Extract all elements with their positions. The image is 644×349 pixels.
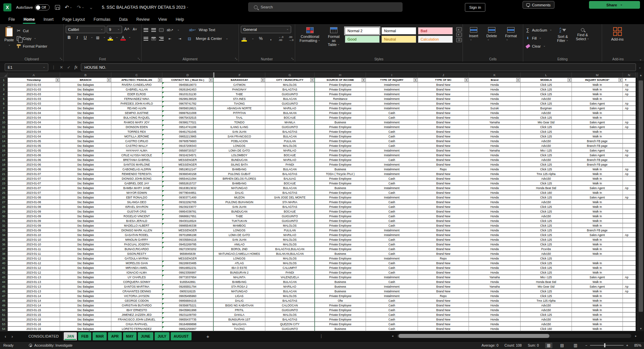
sheet-tab-mar[interactable]: MAR <box>93 332 107 340</box>
menu-tab-review[interactable]: Review <box>132 16 153 23</box>
cell[interactable] <box>623 251 636 256</box>
cell[interactable]: Private Employee <box>315 205 366 209</box>
cell[interactable]: STA INES <box>213 97 265 101</box>
cell[interactable]: Business <box>315 284 366 289</box>
cell[interactable]: Brand New <box>418 317 469 322</box>
cell[interactable]: 2023-01-07 <box>8 176 60 181</box>
cell[interactable]: Honda <box>469 298 521 303</box>
row-header[interactable]: 45 <box>0 284 8 289</box>
cell[interactable]: Ap <box>623 87 636 92</box>
cell[interactable]: Click 160 <box>521 327 572 331</box>
cell[interactable]: CRAVANTES DENNIS <box>111 289 162 294</box>
cell[interactable]: Click 125 <box>521 242 572 247</box>
cell[interactable]: Suzuki <box>469 106 521 111</box>
cell[interactable]: Adv150 <box>521 322 572 327</box>
cell[interactable]: 09916652231 <box>162 266 213 270</box>
cell[interactable]: FRANCISCO JOHN LEMUEL <box>111 317 162 322</box>
cell[interactable]: HAYAHAY ALMA <box>111 148 162 153</box>
cell[interactable]: Business <box>315 280 366 284</box>
cell[interactable]: Brand New <box>418 186 469 190</box>
comma-style-icon[interactable]: , <box>268 35 274 42</box>
cell[interactable]: Honda Beat Std <box>521 280 572 284</box>
tab-more-icon[interactable]: ⋮ <box>319 334 323 339</box>
accessibility-check[interactable]: Accessibility: Investigate <box>29 343 72 347</box>
cell[interactable]: 2023-01-09 <box>8 223 60 228</box>
borders-icon[interactable]: ⊞ <box>95 34 101 41</box>
row-header[interactable]: 46 <box>0 289 8 294</box>
cell[interactable]: Branch FB page <box>572 228 623 233</box>
cell[interactable]: Honda <box>469 219 521 223</box>
cell[interactable]: BUNSURAN 2 <box>213 270 265 275</box>
cell[interactable]: 09324234571 <box>162 153 213 158</box>
cell[interactable]: Honda <box>469 242 521 247</box>
cell[interactable]: Honda Beat Std <box>521 186 572 190</box>
cell[interactable]: Cash <box>366 219 418 223</box>
cell[interactable]: Instalmment <box>366 294 418 298</box>
cell[interactable]: 09261942453 <box>162 87 213 92</box>
row-header[interactable]: 3 <box>0 87 8 92</box>
cell[interactable]: Honda <box>469 233 521 237</box>
row-header[interactable]: 52 <box>0 317 8 322</box>
cell[interactable]: Ssc Balagtas <box>60 266 111 270</box>
cell[interactable]: Sales Agent <box>572 106 623 111</box>
cell[interactable]: BULAONG RAQUEL <box>111 115 162 120</box>
cell[interactable] <box>623 242 636 247</box>
cell[interactable]: Ssc Balagtas <box>60 256 111 261</box>
filter-dropdown-icon[interactable]: ▾ <box>107 78 111 82</box>
customize-qat-icon[interactable]: ⌄ <box>89 4 93 10</box>
cell[interactable]: Cash <box>366 115 418 120</box>
cell[interactable]: 09398177021 <box>162 120 213 125</box>
cell[interactable]: Brand New <box>418 303 469 308</box>
cell[interactable]: 2023-01-12 <box>8 270 60 275</box>
cell[interactable]: Ap <box>623 125 636 129</box>
cell[interactable]: Sales Agent <box>572 101 623 106</box>
cell[interactable]: GATDULA MYRNA <box>111 256 162 261</box>
cell[interactable]: Click 160 <box>521 190 572 195</box>
sheet-nav-left-icon[interactable]: ‹ <box>5 334 6 339</box>
cell[interactable]: LORETO FERNANDEZ <box>111 327 162 331</box>
cell[interactable]: IGNACIO ALMA <box>111 270 162 275</box>
confirm-entry-icon[interactable]: ✓ <box>67 65 70 70</box>
column-letter-J[interactable]: J <box>418 72 469 78</box>
filter-dropdown-icon[interactable]: ▾ <box>56 78 59 82</box>
filter-dropdown-icon[interactable]: ▾ <box>362 78 365 82</box>
gallery-down-icon[interactable]: ▾ <box>456 33 462 37</box>
cell[interactable]: Walk In <box>572 322 623 327</box>
filter-dropdown-icon[interactable]: ▾ <box>261 78 265 82</box>
cell[interactable]: 09935495960 <box>162 294 213 298</box>
cell[interactable]: BOCAUE <box>265 181 315 186</box>
cell[interactable]: Ssc Balagtas <box>60 87 111 92</box>
column-letter-H[interactable]: H <box>315 72 366 78</box>
cell[interactable]: Private Employee <box>315 139 366 143</box>
cell[interactable]: Private Employee <box>315 148 366 153</box>
cell[interactable]: Brand New <box>418 92 469 97</box>
cell[interactable]: QUEZON CITY <box>265 322 315 327</box>
cell[interactable]: Private Employee <box>315 162 366 167</box>
cell[interactable]: Honda <box>469 195 521 200</box>
cell[interactable]: Private Employee <box>315 129 366 134</box>
cell[interactable]: GUIGUINTO <box>265 101 315 106</box>
cell[interactable]: 09298138029 <box>162 97 213 101</box>
cell[interactable]: Brand New <box>418 275 469 280</box>
cell[interactable]: Private Employee <box>315 181 366 186</box>
cell[interactable]: Tmx 125 Alpha <box>521 172 572 176</box>
cell[interactable]: Ap <box>623 275 636 280</box>
cell[interactable]: Ssc Balagtas <box>60 294 111 298</box>
cell[interactable]: Cash <box>366 190 418 195</box>
cell[interactable]: Adv150 <box>521 214 572 219</box>
cell[interactable]: Click 125 <box>521 195 572 200</box>
cell[interactable]: Ssc Balagtas <box>60 101 111 106</box>
menu-tab-file[interactable]: File <box>5 16 18 23</box>
column-letter-N[interactable]: N <box>623 72 636 78</box>
cell[interactable]: 2023-01-06 <box>8 162 60 167</box>
row-header[interactable]: 41 <box>0 266 8 270</box>
redo-button[interactable]: ↷ <box>77 4 84 10</box>
cell[interactable]: Ssc Balagtas <box>60 298 111 303</box>
cell[interactable]: Instalmment <box>366 167 418 172</box>
cell[interactable]: Walk In <box>572 251 623 256</box>
cell[interactable]: VALENZUELA <box>265 275 315 280</box>
cell[interactable]: Adv150 <box>521 303 572 308</box>
cell[interactable]: Ap <box>623 101 636 106</box>
cell[interactable]: MINOLIN GARRY <box>111 237 162 242</box>
cell[interactable]: Ap <box>623 167 636 172</box>
